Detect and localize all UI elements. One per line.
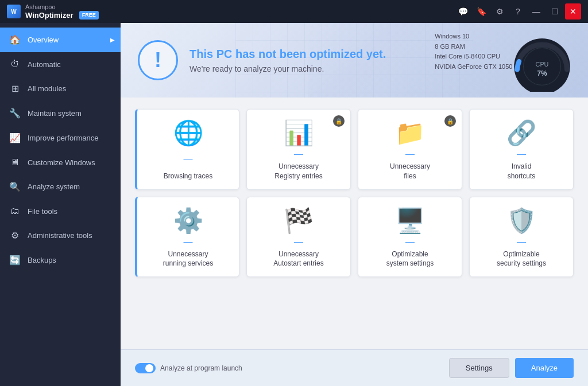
wrench-icon: 🔧	[9, 108, 21, 119]
sidebar-label-analyze-system: Analyze system	[28, 182, 80, 191]
bottom-bar: Analyze at program launch Settings Analy…	[121, 349, 588, 386]
title-bar-controls: 💬 🔖 ⚙ ? — ☐ ✕	[455, 3, 581, 20]
monitor-icon: 🖥	[9, 157, 21, 167]
modules-area: 🌐 — Browsing traces 🔒 📊 — UnnecessaryReg…	[121, 98, 588, 349]
app-logo: W	[7, 5, 21, 18]
invalid-shortcuts-label: Invalidshortcuts	[508, 162, 536, 181]
clock-icon: ⏱	[9, 59, 21, 69]
sidebar-item-backups[interactable]: 🔄 Backups	[0, 248, 121, 272]
autostart-entries-status: —	[294, 237, 303, 247]
header-title: This PC has not been optimized yet.	[189, 48, 386, 61]
title-bar: W Ashampoo WinOptimizer FREE 💬 🔖 ⚙ ? — ☐…	[0, 0, 588, 23]
title-bar-left: W Ashampoo WinOptimizer FREE	[7, 3, 99, 20]
sidebar-label-automatic: Automatic	[28, 60, 61, 69]
security-settings-status: —	[517, 237, 526, 247]
chart-icon: 📈	[9, 132, 21, 143]
toggle-label: Analyze at program launch	[160, 364, 242, 372]
module-security-settings[interactable]: 🛡️ — Optimizablesecurity settings	[469, 197, 574, 278]
help-button[interactable]: ?	[510, 3, 526, 20]
cpu-gauge: CPU 7%	[505, 29, 579, 92]
sidebar-label-overview: Overview	[28, 36, 59, 44]
bookmark-button[interactable]: 🔖	[473, 3, 489, 20]
system-settings-status: —	[405, 237, 415, 247]
gauge-svg: CPU 7%	[505, 29, 579, 92]
module-running-services[interactable]: ⚙️ — Unnecessaryrunning services	[135, 197, 239, 278]
sidebar-item-improve-performance[interactable]: 📈 Improve performance	[0, 126, 121, 150]
system-settings-label: Optimizablesystem settings	[386, 249, 434, 269]
module-system-settings[interactable]: 🖥️ — Optimizablesystem settings	[358, 197, 462, 278]
sidebar-label-customize-windows: Customize Windows	[28, 158, 95, 167]
toggle-switch: Analyze at program launch	[135, 363, 242, 373]
bottom-buttons: Settings Analyze	[449, 358, 574, 378]
invalid-shortcuts-status: —	[517, 149, 526, 159]
analyze-toggle[interactable]	[135, 363, 156, 373]
sidebar-item-overview[interactable]: 🏠 Overview	[0, 28, 121, 52]
module-invalid-shortcuts[interactable]: 🔗 — Invalidshortcuts	[469, 109, 574, 190]
module-unnecessary-files[interactable]: 🔒 📁 — Unnecessaryfiles	[358, 109, 462, 190]
running-services-icon: ⚙️	[173, 206, 203, 235]
magnifier-icon: 🔍	[9, 181, 21, 192]
files-lock-icon: 🔒	[444, 115, 456, 127]
module-browsing-traces[interactable]: 🌐 — Browsing traces	[135, 109, 239, 190]
grid-icon: ⊞	[9, 83, 21, 94]
registry-entries-label: UnnecessaryRegistry entries	[274, 162, 322, 181]
chat-button[interactable]: 💬	[455, 3, 471, 20]
header-subtitle: We're ready to analyze your machine.	[189, 64, 386, 73]
registry-entries-status: —	[294, 149, 303, 159]
autostart-entries-label: UnnecessaryAutostart entries	[273, 249, 323, 269]
modules-row-1: 🌐 — Browsing traces 🔒 📊 — UnnecessaryReg…	[135, 109, 574, 190]
sidebar-item-file-tools[interactable]: 🗂 File tools	[0, 199, 121, 223]
unnecessary-files-status: —	[405, 149, 415, 159]
sidebar-label-administrative-tools: Administrative tools	[28, 231, 92, 240]
modules-row-2: ⚙️ — Unnecessaryrunning services 🏁 — Unn…	[135, 197, 574, 278]
sidebar-label-improve-performance: Improve performance	[28, 134, 99, 142]
security-settings-label: Optimizablesecurity settings	[497, 249, 546, 269]
module-autostart-entries[interactable]: 🏁 — UnnecessaryAutostart entries	[246, 197, 351, 278]
app-name: WinOptimizer	[25, 11, 74, 20]
browsing-traces-label: Browsing traces	[164, 171, 212, 181]
running-services-label: Unnecessaryrunning services	[163, 249, 213, 269]
header-text: This PC has not been optimized yet. We'r…	[189, 48, 386, 73]
content-area: ! This PC has not been optimized yet. We…	[121, 23, 588, 386]
settings-icon-button[interactable]: ⚙	[492, 3, 508, 20]
sidebar-item-all-modules[interactable]: ⊞ All modules	[0, 76, 121, 101]
module-registry-entries[interactable]: 🔒 📊 — UnnecessaryRegistry entries	[246, 109, 351, 190]
browsing-traces-status: —	[184, 154, 193, 164]
app-subtitle: Ashampoo	[25, 3, 99, 11]
admin-icon: ⚙	[9, 230, 21, 241]
registry-entries-icon: 📊	[284, 119, 314, 147]
sidebar-item-automatic[interactable]: ⏱ Automatic	[0, 52, 121, 76]
sidebar-item-analyze-system[interactable]: 🔍 Analyze system	[0, 174, 121, 199]
settings-button[interactable]: Settings	[449, 358, 509, 378]
sidebar-item-customize-windows[interactable]: 🖥 Customize Windows	[0, 150, 121, 174]
system-settings-icon: 🖥️	[395, 206, 425, 235]
sidebar-label-all-modules: All modules	[28, 84, 66, 93]
sidebar-label-maintain-system: Maintain system	[28, 109, 82, 118]
main-layout: 🏠 Overview ⏱ Automatic ⊞ All modules 🔧 M…	[0, 23, 588, 386]
unnecessary-files-label: Unnecessaryfiles	[390, 162, 430, 181]
running-services-status: —	[184, 237, 193, 247]
close-button[interactable]: ✕	[565, 3, 581, 20]
backup-icon: 🔄	[9, 255, 21, 266]
svg-text:7%: 7%	[537, 69, 547, 77]
analyze-button[interactable]: Analyze	[515, 358, 574, 378]
home-icon: 🏠	[9, 34, 21, 45]
invalid-shortcuts-icon: 🔗	[506, 119, 536, 147]
minimize-button[interactable]: —	[528, 3, 544, 20]
security-settings-icon: 🛡️	[506, 206, 536, 235]
maximize-button[interactable]: ☐	[547, 3, 563, 20]
alert-icon: !	[154, 48, 161, 72]
sidebar-item-maintain-system[interactable]: 🔧 Maintain system	[0, 101, 121, 126]
free-badge: FREE	[79, 11, 99, 20]
registry-lock-icon: 🔒	[333, 115, 345, 127]
sidebar-label-backups: Backups	[28, 256, 56, 264]
file-icon: 🗂	[9, 206, 21, 216]
sidebar-item-administrative-tools[interactable]: ⚙ Administrative tools	[0, 223, 121, 248]
header-banner: ! This PC has not been optimized yet. We…	[121, 23, 588, 98]
sidebar-label-file-tools: File tools	[28, 207, 57, 216]
autostart-entries-icon: 🏁	[284, 206, 314, 235]
sidebar: 🏠 Overview ⏱ Automatic ⊞ All modules 🔧 M…	[0, 23, 121, 386]
alert-circle: !	[138, 40, 178, 80]
unnecessary-files-icon: 📁	[395, 119, 425, 147]
svg-text:CPU: CPU	[536, 61, 549, 68]
